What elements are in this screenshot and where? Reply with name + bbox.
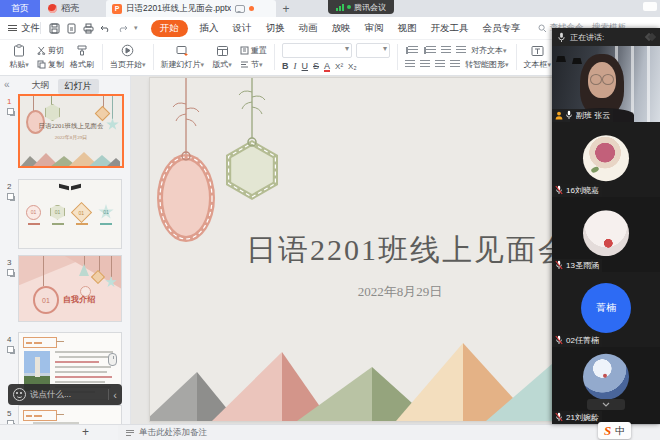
- slide-thumbnail-2[interactable]: 01 01 01 01: [18, 179, 122, 249]
- toc-circle-ornament: 01: [26, 205, 41, 220]
- meeting-chat-bubble[interactable]: 说点什么... ‹: [8, 384, 122, 405]
- slide-number-4: 4: [7, 335, 11, 344]
- textbox-icon: [531, 45, 544, 57]
- layout-button[interactable]: 版式▾: [209, 45, 235, 70]
- meeting-header: 正在讲话:: [552, 28, 660, 46]
- ribbon-tab-home[interactable]: 开始: [151, 20, 188, 37]
- mic-icon: [557, 32, 566, 43]
- comment-icon[interactable]: [235, 5, 245, 13]
- participant-tile-2[interactable]: 16刘晓嘉: [552, 122, 660, 198]
- participant-tile-1[interactable]: 副班 张云: [552, 46, 660, 123]
- home-button[interactable]: 首页: [0, 0, 40, 17]
- hamburger-icon[interactable]: [8, 25, 17, 31]
- italic-button[interactable]: I: [294, 61, 297, 71]
- thumb1-mountains: [20, 150, 120, 167]
- clipboard-icon: [13, 44, 25, 57]
- export-icon[interactable]: [66, 23, 77, 34]
- format-painter-button[interactable]: 格式刷: [69, 45, 95, 70]
- play-from-current-button[interactable]: 当页开始▾: [110, 44, 146, 70]
- reset-button[interactable]: 重置: [240, 45, 267, 56]
- meeting-logo-icon: [646, 34, 655, 40]
- strikethrough-button[interactable]: S: [313, 61, 319, 71]
- ribbon-tab-design[interactable]: 设计: [233, 22, 252, 35]
- document-title: 日语2201班线上见面会.pptx: [126, 3, 231, 15]
- add-slide-button[interactable]: +: [82, 425, 89, 439]
- qat-more-caret[interactable]: ▾: [134, 24, 138, 32]
- unsaved-dot: [249, 6, 254, 11]
- slide-number-2: 2: [7, 182, 11, 191]
- slide-number-5: 5: [7, 409, 11, 418]
- justify-icon[interactable]: [450, 60, 460, 69]
- slide-thumbnail-1[interactable]: 日语2201班线上见面会 2022年8月29日: [18, 94, 124, 168]
- panel-bottom-bar: +: [0, 424, 118, 440]
- tab-document[interactable]: P 日语2201班线上见面会.pptx: [106, 0, 276, 17]
- redo-icon[interactable]: [117, 23, 128, 33]
- tencent-meeting-badge[interactable]: 腾讯会议: [328, 0, 394, 14]
- meeting-panel: 正在讲话: 副班 张云: [552, 28, 660, 424]
- window-control[interactable]: [643, 2, 657, 11]
- copy-icon: [37, 60, 46, 69]
- textbox-button[interactable]: 文本框▾: [524, 45, 552, 70]
- mic-muted-icon: [555, 185, 564, 196]
- align-right-icon[interactable]: [435, 60, 445, 69]
- slide-date[interactable]: 2022年8月29日: [358, 284, 443, 299]
- align-left-icon[interactable]: [405, 60, 415, 69]
- bold-button[interactable]: B: [282, 61, 289, 71]
- ime-indicator[interactable]: S 中: [598, 422, 631, 439]
- collapse-panel-icon[interactable]: «: [4, 79, 10, 90]
- notes-bar[interactable]: 单击此处添加备注: [118, 424, 660, 440]
- to-smartart-button[interactable]: 转智能图形▾: [465, 59, 509, 70]
- chevron-down-button[interactable]: [587, 399, 625, 410]
- subscript-button[interactable]: X₂: [348, 62, 356, 71]
- new-tab-button[interactable]: +: [276, 0, 296, 17]
- save-icon[interactable]: [49, 23, 60, 34]
- ribbon-tab-member[interactable]: 会员专享: [483, 22, 521, 35]
- align-text-button[interactable]: 对齐文本▾: [471, 45, 507, 56]
- ribbon-tab-insert[interactable]: 插入: [200, 22, 219, 35]
- align-center-icon[interactable]: [420, 60, 430, 69]
- participant-tile-4[interactable]: 菁楠 02任菁楠: [552, 272, 660, 348]
- ribbon-tab-view[interactable]: 视图: [398, 22, 417, 35]
- ribbon-tab-transition[interactable]: 切换: [266, 22, 285, 35]
- copy-button[interactable]: 复制: [37, 59, 64, 70]
- ribbon-tab-animation[interactable]: 动画: [299, 22, 318, 35]
- emoji-icon[interactable]: [13, 388, 26, 401]
- tab-docer[interactable]: 稻壳: [40, 0, 106, 17]
- animation-icon: [7, 193, 14, 200]
- undo-icon[interactable]: [100, 23, 111, 33]
- ribbon-tab-slideshow[interactable]: 放映: [332, 22, 351, 35]
- superscript-button[interactable]: X²: [335, 62, 343, 71]
- font-family-select[interactable]: [282, 43, 352, 58]
- bullet-list-icon[interactable]: [408, 46, 418, 55]
- paste-button[interactable]: 粘贴▾: [6, 44, 32, 70]
- participant-name: 副班 张云: [576, 110, 610, 121]
- decrease-indent-icon[interactable]: [441, 46, 451, 55]
- ribbon-tab-review[interactable]: 审阅: [365, 22, 384, 35]
- increase-indent-icon[interactable]: [456, 46, 466, 55]
- mic-on-icon: [565, 110, 574, 121]
- mic-muted-icon: [555, 412, 564, 423]
- chat-input-placeholder[interactable]: 说点什么...: [30, 389, 71, 401]
- participant-tile-3[interactable]: 13圣雨涵: [552, 197, 660, 273]
- font-size-select[interactable]: [356, 43, 390, 58]
- tab-outline[interactable]: 大纲: [32, 79, 50, 94]
- animation-icon: [7, 346, 14, 353]
- file-menu[interactable]: 文件: [21, 22, 40, 35]
- participant-tile-5[interactable]: 21刘婉龄: [552, 347, 660, 424]
- tab-slides[interactable]: 幻灯片: [58, 79, 99, 94]
- cut-button[interactable]: 剪切: [37, 45, 64, 56]
- collapse-bubble-icon[interactable]: ‹: [113, 389, 117, 401]
- underline-button[interactable]: U: [302, 61, 309, 71]
- section-number-ring: 01: [33, 286, 59, 314]
- section-button[interactable]: 节▾: [240, 59, 267, 70]
- thumb2-logo: [59, 185, 81, 189]
- print-icon[interactable]: [83, 23, 94, 34]
- number-list-icon[interactable]: [426, 46, 436, 55]
- slide-thumbnail-3[interactable]: 01 自我介绍: [18, 255, 122, 322]
- slide-title[interactable]: 日语2201班线上见面会: [246, 233, 570, 266]
- new-slide-button[interactable]: 新建幻灯片▾: [161, 45, 205, 70]
- participant-name-bar: 副班 张云: [552, 109, 613, 122]
- font-color-button[interactable]: A: [324, 61, 330, 71]
- ime-language[interactable]: 中: [615, 424, 625, 438]
- ribbon-tab-developer[interactable]: 开发工具: [431, 22, 469, 35]
